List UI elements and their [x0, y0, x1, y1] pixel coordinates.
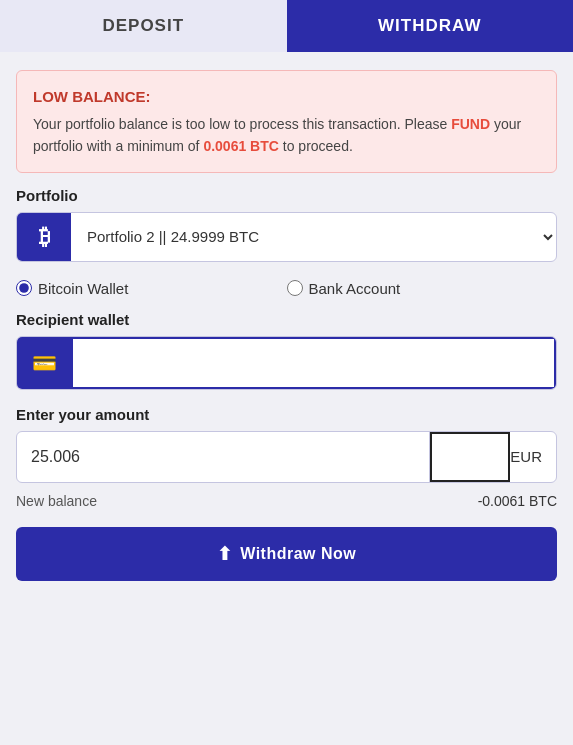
bitcoin-wallet-label: Bitcoin Wallet [38, 280, 128, 297]
amount-btc-input[interactable] [17, 432, 429, 482]
recipient-wallet-input[interactable] [71, 337, 556, 389]
bank-account-option[interactable]: Bank Account [287, 280, 558, 297]
balance-row: New balance -0.0061 BTC [16, 493, 557, 509]
alert-fund-link[interactable]: FUND [451, 116, 490, 132]
main-container: DEPOSIT WITHDRAW LOW BALANCE: Your portf… [0, 0, 573, 581]
eur-label: EUR [510, 448, 556, 465]
recipient-input-wrapper: 💳 [16, 336, 557, 390]
bitcoin-wallet-radio[interactable] [16, 280, 32, 296]
tab-deposit[interactable]: DEPOSIT [0, 0, 287, 52]
amount-section: Enter your amount EUR [16, 406, 557, 483]
recipient-icon-box: 💳 [17, 337, 71, 389]
alert-title: LOW BALANCE: [33, 85, 540, 109]
balance-value: -0.0061 BTC [478, 493, 557, 509]
balance-label: New balance [16, 493, 97, 509]
tab-withdraw[interactable]: WITHDRAW [287, 0, 574, 52]
low-balance-alert: LOW BALANCE: Your portfolio balance is t… [16, 70, 557, 173]
alert-body: Your portfolio balance is too low to pro… [33, 113, 540, 158]
amount-eur-input[interactable] [430, 432, 510, 482]
recipient-section: Recipient wallet 💳 [16, 311, 557, 390]
bitcoin-icon: ₿ [39, 224, 50, 250]
amount-row: EUR [16, 431, 557, 483]
withdraw-now-button[interactable]: ⬆ Withdraw Now [16, 527, 557, 581]
alert-min-btc: 0.0061 BTC [203, 138, 278, 154]
portfolio-section: Portfolio ₿ Portfolio 2 || 24.9999 BTCPo… [16, 187, 557, 262]
withdraw-btn-wrapper: ⬆ Withdraw Now [16, 527, 557, 581]
amount-label: Enter your amount [16, 406, 557, 423]
bank-account-label: Bank Account [309, 280, 401, 297]
upload-icon: ⬆ [217, 543, 233, 565]
portfolio-select-wrapper: ₿ Portfolio 2 || 24.9999 BTCPortfolio 1 … [16, 212, 557, 262]
wallet-icon: 💳 [32, 351, 57, 375]
tab-bar: DEPOSIT WITHDRAW [0, 0, 573, 52]
alert-message1: Your portfolio balance is too low to pro… [33, 116, 451, 132]
bitcoin-wallet-option[interactable]: Bitcoin Wallet [16, 280, 287, 297]
portfolio-icon-box: ₿ [17, 213, 71, 261]
withdraw-btn-label: Withdraw Now [240, 545, 356, 563]
portfolio-label: Portfolio [16, 187, 557, 204]
portfolio-dropdown[interactable]: Portfolio 2 || 24.9999 BTCPortfolio 1 ||… [71, 213, 556, 261]
recipient-label: Recipient wallet [16, 311, 557, 328]
eur-wrapper: EUR [429, 432, 556, 482]
payment-type-group: Bitcoin Wallet Bank Account [16, 280, 557, 297]
alert-message3: to proceed. [279, 138, 353, 154]
bank-account-radio[interactable] [287, 280, 303, 296]
